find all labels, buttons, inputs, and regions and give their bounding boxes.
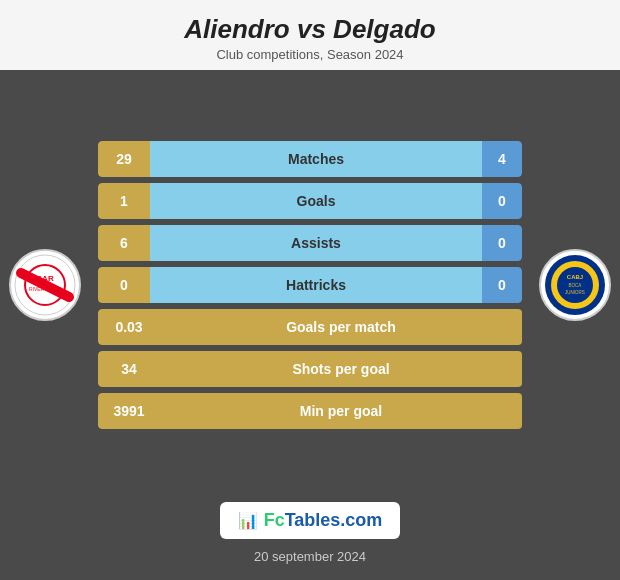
assists-label: Assists bbox=[150, 225, 482, 261]
svg-text:BOCA: BOCA bbox=[569, 283, 582, 288]
bottom-section: 📊 FcTables.com 20 september 2024 bbox=[220, 490, 401, 580]
content-area: CAR RIVER PLATE 29 Matches 4 1 Goals 0 6 bbox=[0, 70, 620, 490]
stats-center: 29 Matches 4 1 Goals 0 6 Assists 0 0 Hat… bbox=[90, 141, 530, 429]
match-title: Aliendro vs Delgado bbox=[10, 14, 610, 45]
svg-text:RIVER PLATE: RIVER PLATE bbox=[29, 286, 62, 292]
river-plate-emblem: CAR RIVER PLATE bbox=[13, 253, 77, 317]
min-per-goal-label: Min per goal bbox=[160, 393, 522, 429]
matches-label: Matches bbox=[150, 141, 482, 177]
boca-juniors-logo: CABJ BOCA JUNIORS bbox=[539, 249, 611, 321]
svg-text:CAR: CAR bbox=[36, 274, 54, 283]
main-container: Aliendro vs Delgado Club competitions, S… bbox=[0, 0, 620, 580]
assists-row: 6 Assists 0 bbox=[98, 225, 522, 261]
right-team-logo: CABJ BOCA JUNIORS bbox=[530, 249, 620, 321]
assists-right-val: 0 bbox=[482, 225, 522, 261]
min-per-goal-val: 3991 bbox=[98, 393, 160, 429]
goals-left-val: 1 bbox=[98, 183, 150, 219]
watermark-icon: 📊 bbox=[238, 511, 258, 530]
title-section: Aliendro vs Delgado Club competitions, S… bbox=[0, 0, 620, 70]
svg-text:CABJ: CABJ bbox=[567, 274, 583, 280]
match-subtitle: Club competitions, Season 2024 bbox=[10, 47, 610, 62]
matches-left-val: 29 bbox=[98, 141, 150, 177]
river-plate-logo: CAR RIVER PLATE bbox=[9, 249, 81, 321]
goals-label: Goals bbox=[150, 183, 482, 219]
shots-per-goal-row: 34 Shots per goal bbox=[98, 351, 522, 387]
hattricks-left-val: 0 bbox=[98, 267, 150, 303]
goals-per-match-label: Goals per match bbox=[160, 309, 522, 345]
goals-per-match-row: 0.03 Goals per match bbox=[98, 309, 522, 345]
watermark: 📊 FcTables.com bbox=[220, 502, 401, 539]
matches-row: 29 Matches 4 bbox=[98, 141, 522, 177]
hattricks-label: Hattricks bbox=[150, 267, 482, 303]
shots-per-goal-val: 34 bbox=[98, 351, 160, 387]
watermark-text: FcTables.com bbox=[264, 510, 383, 531]
boca-juniors-emblem: CABJ BOCA JUNIORS bbox=[543, 253, 607, 317]
svg-text:JUNIORS: JUNIORS bbox=[565, 290, 585, 295]
goals-per-match-val: 0.03 bbox=[98, 309, 160, 345]
shots-per-goal-label: Shots per goal bbox=[160, 351, 522, 387]
left-team-logo: CAR RIVER PLATE bbox=[0, 249, 90, 321]
matches-right-val: 4 bbox=[482, 141, 522, 177]
goals-row: 1 Goals 0 bbox=[98, 183, 522, 219]
goals-right-val: 0 bbox=[482, 183, 522, 219]
hattricks-row: 0 Hattricks 0 bbox=[98, 267, 522, 303]
hattricks-right-val: 0 bbox=[482, 267, 522, 303]
assists-left-val: 6 bbox=[98, 225, 150, 261]
footer-date: 20 september 2024 bbox=[254, 549, 366, 564]
min-per-goal-row: 3991 Min per goal bbox=[98, 393, 522, 429]
